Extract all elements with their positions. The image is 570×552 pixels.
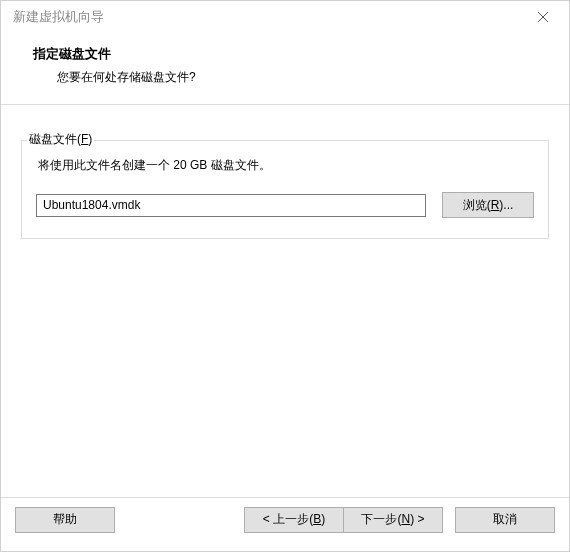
content-area: 磁盘文件(F) 将使用此文件名创建一个 20 GB 磁盘文件。 浏览(R)... [1, 105, 569, 497]
file-input-row: 浏览(R)... [36, 192, 534, 218]
wizard-header: 指定磁盘文件 您要在何处存储磁盘文件? [1, 33, 569, 104]
close-icon [538, 12, 548, 22]
browse-button[interactable]: 浏览(R)... [442, 192, 534, 218]
disk-file-group: 将使用此文件名创建一个 20 GB 磁盘文件。 浏览(R)... [21, 140, 549, 239]
help-button[interactable]: 帮助 [15, 507, 115, 533]
next-button[interactable]: 下一步(N) > [343, 507, 443, 533]
back-button[interactable]: < 上一步(B) [244, 507, 344, 533]
wizard-footer: 帮助 < 上一步(B) 下一步(N) > 取消 [1, 497, 569, 541]
cancel-button[interactable]: 取消 [455, 507, 555, 533]
disk-file-description: 将使用此文件名创建一个 20 GB 磁盘文件。 [36, 157, 534, 174]
nav-button-group: < 上一步(B) 下一步(N) > [244, 507, 443, 533]
page-subtitle: 您要在何处存储磁盘文件? [25, 69, 545, 86]
page-title: 指定磁盘文件 [25, 45, 545, 63]
disk-file-input[interactable] [36, 194, 426, 217]
close-button[interactable] [521, 3, 565, 31]
disk-file-group-label: 磁盘文件(F) [27, 131, 94, 148]
titlebar: 新建虚拟机向导 [1, 1, 569, 33]
window-title: 新建虚拟机向导 [13, 9, 521, 26]
